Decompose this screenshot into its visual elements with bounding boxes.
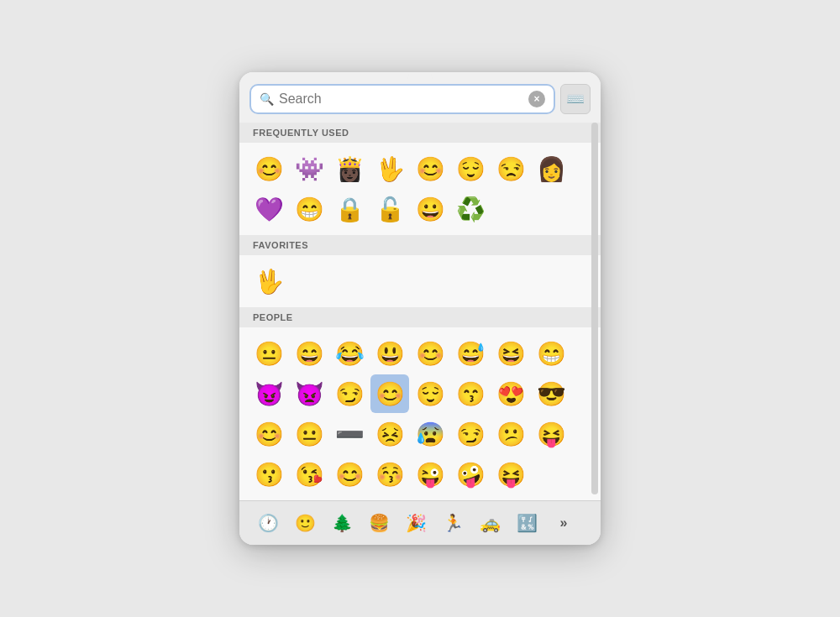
bottom-icon-objects[interactable]: 🚕 [471, 508, 508, 538]
bottom-icon-recent[interactable]: 🕐 [249, 508, 286, 538]
emoji-cell[interactable]: 🖖 [370, 149, 409, 188]
emoji-cell[interactable]: 😕 [491, 415, 530, 453]
emoji-cell[interactable]: 😊 [411, 334, 449, 373]
emoji-cell[interactable]: 😅 [451, 334, 490, 373]
emoji-cell[interactable]: 😊 [411, 149, 449, 188]
emoji-cell[interactable]: 😄 [290, 334, 328, 373]
emoji-cell[interactable]: 😆 [491, 334, 530, 373]
clear-button[interactable]: × [528, 91, 545, 107]
search-icon: 🔍 [260, 92, 274, 106]
emoji-cell[interactable]: 🔓 [370, 190, 409, 228]
picker-notch [407, 72, 433, 79]
emoji-cell[interactable]: 👿 [290, 374, 328, 413]
keyboard-icon: ⌨️ [566, 90, 585, 108]
emoji-cell[interactable]: 😚 [370, 455, 409, 494]
emoji-grid-frequently-used: 😊 👾 👸🏿 🖖 😊 😌 😒 👩 💜 😁 🔒 🔓 😀 ♻️ [239, 143, 601, 235]
bottom-icon-activity[interactable]: 🎉 [397, 508, 434, 538]
emoji-cell[interactable]: 😌 [451, 149, 490, 188]
emoji-cell[interactable]: 😈 [249, 374, 288, 413]
bottom-icon-nature[interactable]: 🌲 [323, 508, 360, 538]
emoji-cell[interactable]: 😂 [330, 334, 369, 373]
emoji-cell[interactable]: 😐 [249, 334, 288, 373]
emoji-cell[interactable]: 😗 [249, 455, 288, 494]
emoji-cell[interactable]: 😊 [249, 415, 288, 453]
bottom-icon-symbols[interactable]: 🔣 [508, 508, 545, 538]
emoji-cell[interactable]: 😊 [249, 149, 288, 188]
emoji-cell[interactable]: 🤪 [451, 455, 490, 494]
bottom-icon-more[interactable]: » [545, 508, 582, 538]
bottom-icon-people[interactable]: 🙂 [286, 508, 323, 538]
emoji-cell[interactable]: 🖖 [249, 262, 288, 301]
emoji-picker: 🔍 × ⌨️ FREQUENTLY USED 😊 👾 👸🏿 🖖 😊 😌 😒 👩 … [239, 72, 601, 545]
emoji-cell[interactable]: 😌 [411, 374, 449, 413]
bottom-icon-food[interactable]: 🍔 [360, 508, 397, 538]
emoji-cell[interactable]: 😝 [491, 455, 530, 494]
search-bar: 🔍 × ⌨️ [239, 72, 601, 123]
emoji-cell[interactable]: 😘 [290, 455, 328, 494]
emoji-content: FREQUENTLY USED 😊 👾 👸🏿 🖖 😊 😌 😒 👩 💜 😁 🔒 🔓… [239, 123, 601, 500]
emoji-cell[interactable]: 😁 [290, 190, 328, 228]
section-header-favorites: FAVORITES [239, 235, 601, 255]
search-input-wrapper[interactable]: 🔍 × [249, 84, 555, 114]
emoji-cell[interactable]: 😊 [330, 455, 369, 494]
bottom-bar: 🕐 🙂 🌲 🍔 🎉 🏃 🚕 🔣 » [239, 500, 601, 545]
emoji-grid-favorites: 🖖 [239, 255, 601, 307]
emoji-cell[interactable]: 👸🏿 [330, 149, 369, 188]
section-header-frequently-used: FREQUENTLY USED [239, 123, 601, 143]
emoji-cell[interactable]: 😜 [411, 455, 449, 494]
emoji-cell[interactable]: 😀 [411, 190, 449, 228]
emoji-cell[interactable]: 😝 [532, 415, 570, 453]
emoji-cell[interactable]: 💜 [249, 190, 288, 228]
bottom-icon-travel[interactable]: 🏃 [434, 508, 471, 538]
emoji-cell[interactable]: 😃 [370, 334, 409, 373]
scrollbar[interactable] [591, 123, 598, 494]
emoji-cell[interactable]: 🔒 [330, 190, 369, 228]
emoji-cell[interactable]: ➖ [330, 415, 369, 453]
emoji-cell[interactable]: 😎 [532, 374, 570, 413]
emoji-cell[interactable]: 😒 [491, 149, 530, 188]
keyboard-button[interactable]: ⌨️ [560, 84, 591, 114]
emoji-cell-selected[interactable]: 😊 [370, 374, 409, 413]
search-input[interactable] [279, 92, 523, 107]
emoji-cell[interactable]: 👩 [532, 149, 570, 188]
emoji-cell[interactable]: 😣 [370, 415, 409, 453]
emoji-cell[interactable]: 😁 [532, 334, 570, 373]
emoji-cell[interactable]: 😍 [491, 374, 530, 413]
emoji-cell[interactable]: 😏 [330, 374, 369, 413]
emoji-cell[interactable]: 😙 [451, 374, 490, 413]
emoji-cell[interactable]: 😰 [411, 415, 449, 453]
emoji-cell[interactable]: 😐 [290, 415, 328, 453]
emoji-cell[interactable]: 😏 [451, 415, 490, 453]
emoji-cell[interactable]: 👾 [290, 149, 328, 188]
emoji-grid-people: 😐 😄 😂 😃 😊 😅 😆 😁 😈 👿 😏 😊 😌 😙 😍 😎 😊 😐 ➖ 😣 … [239, 327, 601, 500]
emoji-cell[interactable]: ♻️ [451, 190, 490, 228]
section-header-people: PEOPLE [239, 307, 601, 327]
